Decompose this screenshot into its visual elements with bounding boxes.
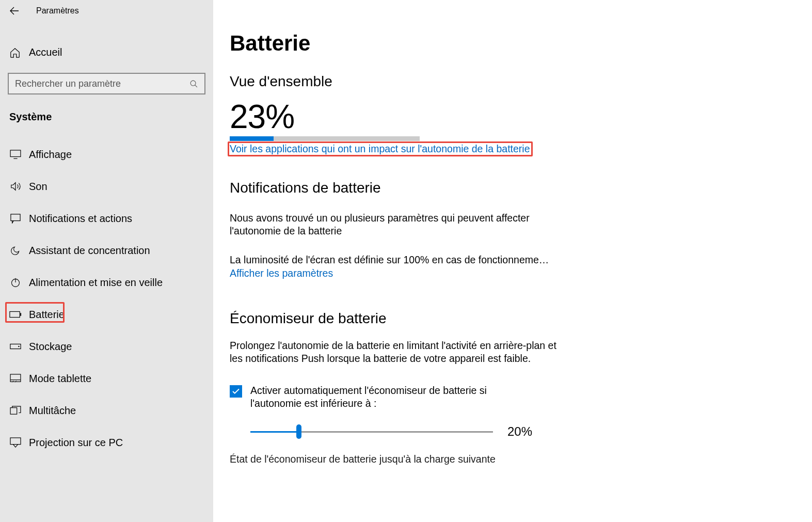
display-icon [9,150,22,159]
tablet-icon [9,374,22,383]
sidebar-item-label: Accueil [29,46,62,58]
notifications-heading: Notifications de batterie [230,180,812,196]
slider-thumb[interactable] [296,424,301,439]
sidebar-item-label: Stockage [29,341,72,353]
sidebar-item-tablet[interactable]: Mode tablette [0,362,213,394]
sidebar-item-home[interactable]: Accueil [0,37,213,68]
slider-fill [250,431,299,433]
back-icon[interactable] [9,6,20,16]
search-input[interactable] [15,78,189,89]
projection-icon [9,437,22,448]
page-title: Batterie [230,31,812,56]
sidebar-item-label: Batterie [29,309,65,321]
nav-list: Affichage Son Notifications et actions A… [0,138,213,458]
impact-link-row: Voir les applications qui ont un impact … [230,143,530,155]
sidebar-item-label: Notifications et actions [29,213,132,225]
sidebar-item-notifications[interactable]: Notifications et actions [0,202,213,234]
battery-progress-fill [230,136,274,141]
svg-rect-10 [10,438,21,445]
sidebar-item-label: Assistant de concentration [29,245,150,257]
sound-icon [9,181,22,192]
saver-status-text: État de l'économiseur de batterie jusqu'… [230,453,812,465]
saver-threshold-slider[interactable] [250,431,493,433]
sidebar-item-label: Projection sur ce PC [29,437,123,449]
multitask-icon [9,406,22,415]
sidebar-item-multitask[interactable]: Multitâche [0,394,213,426]
overview-heading: Vue d'ensemble [230,73,812,90]
sidebar-item-label: Affichage [29,149,72,161]
svg-point-0 [190,81,196,86]
power-icon [9,277,22,288]
battery-progress [230,136,420,141]
battery-saver-section: Économiseur de batterie Prolongez l'auto… [230,310,812,465]
home-icon [9,47,22,58]
moon-icon [9,245,22,256]
sidebar-item-display[interactable]: Affichage [0,138,213,170]
svg-rect-9 [10,408,17,415]
saver-auto-row: Activer automatiquement l'économiseur de… [230,384,812,410]
saver-heading: Économiseur de batterie [230,310,812,327]
category-heading: Système [0,94,213,123]
battery-impact-link[interactable]: Voir les applications qui ont un impact … [230,143,530,154]
saver-auto-checkbox[interactable] [230,385,242,398]
saver-desc: Prolongez l'autonomie de la batterie en … [230,339,560,366]
window-title: Paramètres [36,6,79,15]
sidebar-item-power[interactable]: Alimentation et mise en veille [0,266,213,298]
svg-rect-5 [20,313,21,316]
svg-rect-2 [11,214,20,221]
sidebar-item-label: Alimentation et mise en veille [29,277,163,289]
sidebar-item-battery[interactable]: Batterie [0,298,213,330]
notifications-icon [9,213,22,224]
search-icon [189,80,198,88]
saver-threshold-row: 20% [250,424,812,439]
svg-point-7 [18,346,19,347]
brightness-text: La luminosité de l'écran est définie sur… [230,254,550,266]
svg-rect-4 [10,311,20,317]
sidebar-item-storage[interactable]: Stockage [0,330,213,362]
sidebar-item-sound[interactable]: Son [0,170,213,202]
brightness-link[interactable]: Afficher les paramètres [230,267,333,279]
main-content: Batterie Vue d'ensemble 23% Voir les app… [213,0,812,522]
svg-rect-8 [10,374,21,382]
search-box[interactable] [8,73,205,94]
sidebar-item-label: Multitâche [29,405,76,417]
battery-percent: 23% [230,100,812,133]
notifications-desc: Nous avons trouvé un ou plusieurs paramè… [230,212,550,238]
saver-auto-label: Activer automatiquement l'économiseur de… [250,384,539,410]
sidebar-header: Paramètres [0,0,213,22]
search-container [0,73,213,94]
saver-threshold-value: 20% [507,424,532,439]
sidebar-item-projection[interactable]: Projection sur ce PC [0,426,213,458]
notifications-section: Notifications de batterie Nous avons tro… [230,180,812,279]
sidebar-item-label: Mode tablette [29,373,91,385]
svg-rect-1 [10,150,21,157]
sidebar: Paramètres Accueil Système Affichage Son… [0,0,213,522]
battery-icon [9,311,22,318]
sidebar-item-focus[interactable]: Assistant de concentration [0,234,213,266]
storage-icon [9,343,22,350]
sidebar-item-label: Son [29,181,47,193]
